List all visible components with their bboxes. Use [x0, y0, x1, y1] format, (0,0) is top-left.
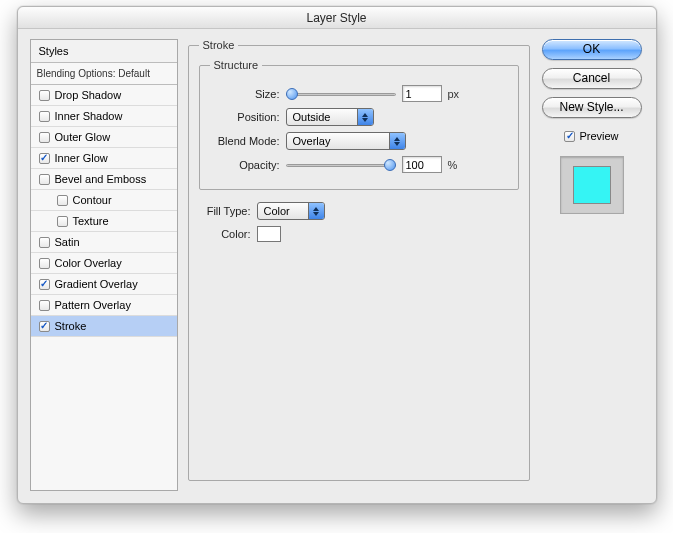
- style-item-label: Stroke: [55, 320, 87, 332]
- style-checkbox[interactable]: [57, 195, 68, 206]
- position-select[interactable]: Outside: [286, 108, 374, 126]
- style-checkbox[interactable]: [39, 174, 50, 185]
- style-item-label: Drop Shadow: [55, 89, 122, 101]
- opacity-label: Opacity:: [210, 159, 280, 171]
- action-panel: OK Cancel New Style... Preview: [540, 39, 644, 491]
- style-item-gradient-overlay[interactable]: Gradient Overlay: [31, 274, 177, 295]
- structure-group: Structure Size: px Position: Outs: [199, 59, 519, 190]
- structure-group-title: Structure: [210, 59, 263, 71]
- chevron-updown-icon: [357, 109, 373, 125]
- style-item-bevel-and-emboss[interactable]: Bevel and Emboss: [31, 169, 177, 190]
- opacity-unit: %: [448, 159, 458, 171]
- ok-button[interactable]: OK: [542, 39, 642, 60]
- color-row: Color:: [199, 226, 519, 242]
- preview-box: [560, 156, 624, 214]
- style-checkbox[interactable]: [39, 153, 50, 164]
- style-item-label: Inner Glow: [55, 152, 108, 164]
- size-slider[interactable]: [286, 88, 396, 100]
- style-item-label: Outer Glow: [55, 131, 111, 143]
- style-checkbox[interactable]: [39, 111, 50, 122]
- position-label: Position:: [210, 111, 280, 123]
- preview-swatch: [573, 166, 611, 204]
- style-item-label: Inner Shadow: [55, 110, 123, 122]
- filltype-row: Fill Type: Color: [199, 202, 519, 220]
- blendmode-select[interactable]: Overlay: [286, 132, 406, 150]
- size-unit: px: [448, 88, 460, 100]
- style-item-label: Color Overlay: [55, 257, 122, 269]
- color-swatch[interactable]: [257, 226, 281, 242]
- blending-options-row[interactable]: Blending Options: Default: [31, 63, 177, 85]
- style-item-inner-shadow[interactable]: Inner Shadow: [31, 106, 177, 127]
- styles-panel: Styles Blending Options: Default Drop Sh…: [30, 39, 178, 491]
- style-item-contour[interactable]: Contour: [31, 190, 177, 211]
- style-checkbox[interactable]: [39, 300, 50, 311]
- stroke-group-title: Stroke: [199, 39, 239, 51]
- layer-style-dialog: Layer Style Styles Blending Options: Def…: [17, 6, 657, 504]
- chevron-updown-icon: [389, 133, 405, 149]
- opacity-slider[interactable]: [286, 159, 396, 171]
- preview-toggle[interactable]: Preview: [564, 130, 618, 142]
- filltype-value: Color: [264, 205, 290, 217]
- filltype-select[interactable]: Color: [257, 202, 325, 220]
- size-label: Size:: [210, 88, 280, 100]
- style-item-label: Texture: [73, 215, 109, 227]
- style-item-inner-glow[interactable]: Inner Glow: [31, 148, 177, 169]
- size-row: Size: px: [210, 85, 508, 102]
- cancel-button[interactable]: Cancel: [542, 68, 642, 89]
- style-item-satin[interactable]: Satin: [31, 232, 177, 253]
- style-item-color-overlay[interactable]: Color Overlay: [31, 253, 177, 274]
- styles-list: Drop ShadowInner ShadowOuter GlowInner G…: [31, 85, 177, 337]
- style-checkbox[interactable]: [39, 258, 50, 269]
- styles-header[interactable]: Styles: [31, 40, 177, 63]
- stroke-group: Stroke Structure Size: px Position:: [188, 39, 530, 481]
- style-checkbox[interactable]: [39, 132, 50, 143]
- size-input[interactable]: [402, 85, 442, 102]
- dialog-title: Layer Style: [18, 7, 656, 29]
- blendmode-row: Blend Mode: Overlay: [210, 132, 508, 150]
- style-item-label: Pattern Overlay: [55, 299, 131, 311]
- blendmode-value: Overlay: [293, 135, 331, 147]
- position-value: Outside: [293, 111, 331, 123]
- opacity-input[interactable]: [402, 156, 442, 173]
- position-row: Position: Outside: [210, 108, 508, 126]
- style-item-label: Bevel and Emboss: [55, 173, 147, 185]
- style-checkbox[interactable]: [39, 279, 50, 290]
- color-label: Color:: [199, 228, 251, 240]
- opacity-row: Opacity: %: [210, 156, 508, 173]
- preview-label: Preview: [579, 130, 618, 142]
- style-item-drop-shadow[interactable]: Drop Shadow: [31, 85, 177, 106]
- style-checkbox[interactable]: [57, 216, 68, 227]
- style-item-outer-glow[interactable]: Outer Glow: [31, 127, 177, 148]
- preview-checkbox[interactable]: [564, 131, 575, 142]
- settings-panel: Stroke Structure Size: px Position:: [188, 39, 530, 491]
- blendmode-label: Blend Mode:: [210, 135, 280, 147]
- style-checkbox[interactable]: [39, 90, 50, 101]
- style-checkbox[interactable]: [39, 237, 50, 248]
- style-item-pattern-overlay[interactable]: Pattern Overlay: [31, 295, 177, 316]
- style-item-label: Satin: [55, 236, 80, 248]
- dialog-content: Styles Blending Options: Default Drop Sh…: [18, 29, 656, 503]
- style-item-texture[interactable]: Texture: [31, 211, 177, 232]
- style-item-label: Contour: [73, 194, 112, 206]
- chevron-updown-icon: [308, 203, 324, 219]
- new-style-button[interactable]: New Style...: [542, 97, 642, 118]
- filltype-label: Fill Type:: [199, 205, 251, 217]
- style-item-label: Gradient Overlay: [55, 278, 138, 290]
- style-item-stroke[interactable]: Stroke: [31, 316, 177, 337]
- style-checkbox[interactable]: [39, 321, 50, 332]
